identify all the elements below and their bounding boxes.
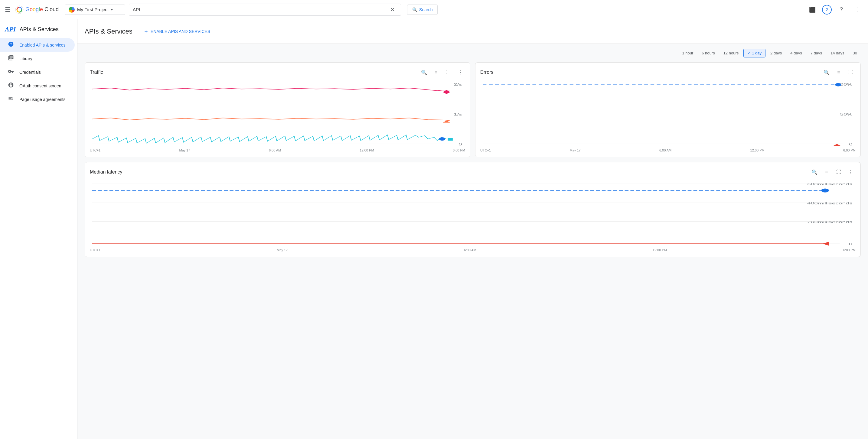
zoom-icon[interactable]: 🔍 [810,167,819,177]
time-btn-7d[interactable]: 7 days [807,49,826,57]
time-btn-2d[interactable]: 2 days [767,49,785,57]
svg-marker-9 [443,121,450,123]
errors-chart-controls: 🔍 ≡ ⛶ [822,67,856,77]
svg-text:0: 0 [459,143,462,146]
main-layout: API APIs & Services Enabled APIs & servi… [0,19,868,439]
time-btn-12h[interactable]: 12 hours [720,49,743,57]
sidebar-item-enabled-apis[interactable]: Enabled APIs & services [0,38,75,52]
chevron-down-icon: ▾ [111,7,113,12]
sidebar-header: API APIs & Services [0,22,77,37]
latency-chart-title: Median latency [90,169,123,175]
search-clear-icon[interactable]: ✕ [390,6,395,13]
svg-point-30 [821,188,829,192]
more-icon[interactable]: ⋮ [846,167,856,177]
project-name: My First Project [77,7,108,12]
svg-text:2/s: 2/s [454,83,462,86]
time-btn-6h[interactable]: 6 hours [698,49,718,57]
oauth-icon [7,82,14,90]
errors-x-labels: UTC+1 May 17 6:00 AM 12:00 PM 6:00 PM [480,147,856,152]
sidebar-item-label: Credentials [19,70,41,75]
time-btn-4d[interactable]: 4 days [787,49,805,57]
page-title: APIs & Services [85,28,132,35]
svg-point-10 [439,137,445,140]
search-input[interactable] [133,7,390,12]
latency-chart-header: Median latency 🔍 ≡ ⛶ ⋮ [90,167,856,177]
content-header: APIs & Services ＋ ENABLE APIS AND SERVIC… [78,19,868,44]
svg-marker-20 [833,144,841,146]
svg-text:0: 0 [849,143,852,146]
zoom-icon[interactable]: 🔍 [419,67,429,77]
sidebar-title: APIs & Services [20,26,59,33]
errors-chart-card: Errors 🔍 ≡ ⛶ 100% 50% 0 [475,62,861,157]
enable-apis-button[interactable]: ＋ ENABLE APIS AND SERVICES [140,25,214,37]
legend-icon[interactable]: ≡ [431,67,441,77]
svg-text:0: 0 [849,243,852,246]
google-cloud-text: Google Cloud [25,6,59,13]
sidebar-item-page-usage[interactable]: Page usage agreements [0,93,75,106]
svg-text:50%: 50% [840,113,853,116]
traffic-chart-header: Traffic 🔍 ≡ ⛶ ⋮ [90,67,465,77]
google-logo-icon [15,5,24,14]
legend-icon[interactable]: ≡ [834,67,843,77]
checkmark-icon: ✓ [747,51,751,55]
search-bar: ✕ [129,4,401,16]
hamburger-menu-icon[interactable]: ☰ [5,6,10,13]
sidebar-item-library[interactable]: Library [0,52,75,65]
traffic-x-labels: UTC+1 May 17 6:00 AM 12:00 PM 6:00 PM [90,147,465,152]
help-icon-button[interactable]: ? [835,4,847,16]
errors-chart-area: 100% 50% 0 [483,81,856,147]
library-icon [7,55,14,62]
svg-point-19 [835,83,841,87]
legend-icon[interactable]: ≡ [822,167,831,177]
page-usage-icon [7,96,14,103]
sidebar-item-label: Page usage agreements [19,97,66,102]
latency-chart-area: 600milliseconds 400milliseconds 200milli… [92,181,856,247]
latency-chart-controls: 🔍 ≡ ⛶ ⋮ [810,167,856,177]
traffic-chart-title: Traffic [90,69,103,75]
time-btn-1h[interactable]: 1 hour [678,49,697,57]
search-icon: 🔍 [412,7,417,12]
api-header-icon: API [5,25,16,33]
google-cloud-logo: Google Cloud [15,5,59,14]
traffic-chart-controls: 🔍 ≡ ⛶ ⋮ [419,67,465,77]
fullscreen-icon[interactable]: ⛶ [443,67,453,77]
time-btn-1d-label: 1 day [752,51,762,55]
svg-point-1 [10,43,12,45]
latency-chart-svg: 600milliseconds 400milliseconds 200milli… [92,181,856,247]
svg-text:400milliseconds: 400milliseconds [807,201,852,205]
latency-x-labels: UTC+1 May 17 6:00 AM 12:00 PM 6:00 PM [90,247,856,252]
fullscreen-icon[interactable]: ⛶ [834,167,843,177]
errors-chart-svg: 100% 50% 0 [483,81,856,147]
project-icon [69,7,75,13]
more-options-icon[interactable]: ⋮ [851,4,863,16]
time-btn-14d[interactable]: 14 days [827,49,848,57]
svg-marker-8 [443,90,450,94]
project-selector[interactable]: My First Project ▾ [65,4,125,15]
traffic-chart-area: 2/s 1/s 0 [92,81,465,147]
svg-marker-32 [823,242,829,246]
svg-rect-11 [447,138,453,140]
sidebar: API APIs & Services Enabled APIs & servi… [0,19,78,439]
sidebar-item-credentials[interactable]: Credentials [0,65,75,79]
time-selector: 1 hour 6 hours 12 hours ✓ 1 day 2 days 4… [78,44,868,60]
search-button[interactable]: 🔍 Search [407,4,438,15]
more-icon[interactable]: ⋮ [456,67,465,77]
svg-text:600milliseconds: 600milliseconds [807,183,852,186]
svg-text:1/s: 1/s [454,113,462,116]
plus-icon: ＋ [143,28,149,35]
charts-grid: Traffic 🔍 ≡ ⛶ ⋮ 2/s 1/s 0 [78,60,868,264]
time-btn-1d[interactable]: ✓ 1 day [743,49,766,58]
traffic-chart-svg: 2/s 1/s 0 [92,81,465,147]
svg-text:200milliseconds: 200milliseconds [807,220,852,224]
time-btn-30d[interactable]: 30 [849,49,861,57]
latency-chart-card: Median latency 🔍 ≡ ⛶ ⋮ 600milliseconds 4… [85,162,861,257]
sidebar-item-label: Library [19,56,32,61]
search-label: Search [419,7,433,12]
terminal-icon-button[interactable]: ⬛ [806,4,818,16]
credentials-icon [7,68,14,76]
sidebar-item-oauth[interactable]: OAuth consent screen [0,79,75,93]
enabled-apis-icon [7,41,14,49]
notification-badge[interactable]: 2 [822,5,832,14]
zoom-icon[interactable]: 🔍 [822,67,831,77]
fullscreen-icon[interactable]: ⛶ [846,67,856,77]
